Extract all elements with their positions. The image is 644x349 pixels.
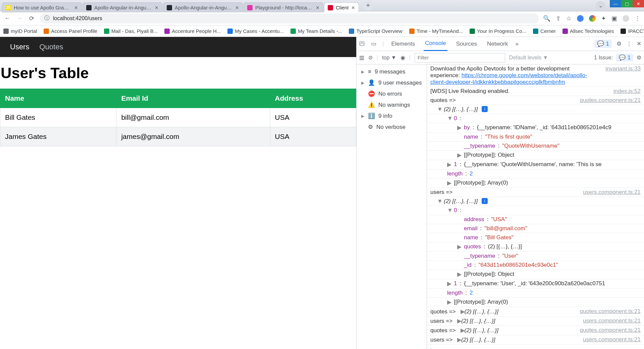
bookmark-item[interactable]: Access Panel Profile — [44, 28, 97, 34]
console-sidebar-item[interactable]: ▶≡9 messages — [357, 66, 427, 77]
bookmark-item[interactable]: My Team Details -... — [290, 28, 342, 34]
console-log-row[interactable]: length: 2 — [427, 169, 644, 179]
zoom-icon[interactable]: 🔍 — [543, 15, 550, 22]
bookmark-item[interactable]: Time - MyTimeAnd... — [409, 28, 463, 34]
bookmark-item[interactable]: My Cases - Accentu... — [227, 28, 284, 34]
log-levels-selector[interactable]: Default levels ▼ — [509, 55, 548, 61]
share-icon[interactable]: ⇪ — [556, 15, 561, 22]
bookmark-item[interactable]: myID Portal — [3, 28, 37, 34]
profile-avatar-icon[interactable] — [623, 15, 629, 22]
browser-tab[interactable]: Apollo-Angular-in-Angular/.gitig✕ — [163, 2, 243, 12]
console-log-row[interactable]: ▶[[Prototype]]: Array(0) — [427, 179, 644, 188]
console-log-row[interactable]: ▼(2) [{…}, {…}]i — [427, 197, 644, 206]
devtools-close-icon[interactable]: ✕ — [637, 40, 641, 47]
inspect-element-icon[interactable]: ⮹ — [359, 41, 365, 47]
live-expression-icon[interactable]: ◉ — [400, 54, 405, 61]
console-log-row[interactable]: [WDS] Live Reloading enabled.index.js:52 — [427, 87, 644, 96]
console-log-row[interactable]: ▶[[Prototype]]: Object — [427, 151, 644, 160]
address-bar[interactable]: ⓘ localhost:4200/users — [40, 13, 539, 23]
console-log-row[interactable]: _id: "643d11eb0865201e4c93e0c1" — [427, 261, 644, 270]
console-log-row[interactable]: __typename: "User" — [427, 252, 644, 261]
console-prompt[interactable]: › — [427, 345, 644, 349]
maximize-button[interactable]: ▢ — [621, 0, 633, 7]
extensions-puzzle-icon[interactable]: ✦ — [601, 15, 606, 22]
tab-close-icon[interactable]: ✕ — [155, 5, 159, 10]
console-log-row[interactable]: ▼0: — [427, 114, 644, 123]
console-log-row[interactable]: quotes => ▶(2) [{…}, {…}]quotes.componen… — [427, 307, 644, 316]
console-sidebar-item[interactable]: ▶👤9 user messages — [357, 77, 427, 88]
source-link[interactable]: users.component.ts:21 — [579, 189, 641, 196]
console-log-row[interactable]: users =>users.component.ts:21 — [427, 188, 644, 197]
more-tabs-icon[interactable]: » — [515, 41, 518, 47]
toggle-sidebar-icon[interactable]: ▥ — [359, 54, 364, 61]
bookmark-item[interactable]: Accenture People H... — [164, 28, 221, 34]
browser-tab[interactable]: Apollo-Angular-in-Angular/myse✕ — [83, 2, 162, 12]
console-log-row[interactable]: email: "bill@gmail.com" — [427, 224, 644, 233]
console-log-row[interactable]: quotes =>quotes.component.ts:21 — [427, 96, 644, 105]
app-nav-link[interactable]: Quotes — [39, 43, 63, 51]
bookmark-item[interactable]: IPACCT | User infor... — [621, 28, 644, 34]
console-log-row[interactable]: __typename: "QuoteWithUsername" — [427, 142, 644, 151]
forward-button[interactable]: → — [15, 15, 23, 22]
window-close-button[interactable]: ✕ — [633, 0, 644, 7]
devtools-tab[interactable]: Elements — [390, 37, 416, 51]
extension-icon[interactable]: ▣ — [611, 15, 617, 22]
console-sidebar-item[interactable]: ⚙No verbose — [357, 121, 427, 133]
source-link[interactable]: quotes.component.ts:21 — [576, 97, 641, 104]
extension-icon[interactable] — [577, 15, 584, 22]
messages-badge[interactable]: 💬 1 — [594, 40, 612, 48]
console-log-row[interactable]: ▼(2) [{…}, {…}]i — [427, 105, 644, 114]
console-log-row[interactable]: length: 2 — [427, 289, 644, 298]
clear-console-icon[interactable]: ⊘ — [368, 54, 373, 61]
console-log-row[interactable]: ▶1: {__typename: 'User', _id: '643e200c9… — [427, 279, 644, 289]
tab-close-icon[interactable]: ✕ — [74, 5, 78, 10]
source-link[interactable]: users.component.ts:21 — [579, 317, 641, 324]
bookmark-item[interactable]: Allsec Technologies — [562, 28, 614, 34]
devtools-tab[interactable]: Console — [424, 37, 447, 51]
console-log-row[interactable]: quotes => ▶(2) [{…}, {…}]quotes.componen… — [427, 326, 644, 335]
tab-close-icon[interactable]: ✕ — [351, 5, 355, 10]
tab-list-button[interactable]: ⌄ — [596, 1, 605, 10]
console-log-row[interactable]: ▶[[Prototype]]: Object — [427, 270, 644, 279]
source-link[interactable]: invariant.js:33 — [601, 65, 641, 72]
bookmark-item[interactable]: Your In Progress Co... — [470, 28, 526, 34]
source-link[interactable]: users.component.ts:21 — [579, 336, 641, 343]
app-nav-link[interactable]: Users — [10, 43, 29, 51]
browser-tab[interactable]: JSHow to use Apollo GraphQL with✕ — [2, 2, 82, 12]
source-link[interactable]: quotes.component.ts:21 — [576, 327, 641, 334]
browser-tab[interactable]: Client✕ — [324, 2, 359, 12]
console-log-row[interactable]: users => ▶(2) [{…}, {…}]users.component.… — [427, 316, 644, 326]
console-sidebar-item[interactable]: ▶ℹ️9 info — [357, 110, 427, 121]
minimize-button[interactable]: — — [610, 0, 621, 7]
console-log-row[interactable]: Download the Apollo Devtools for a bette… — [427, 64, 644, 87]
bookmark-star-icon[interactable]: ☆ — [566, 15, 572, 22]
tab-close-icon[interactable]: ✕ — [235, 5, 239, 10]
console-log-row[interactable]: ▶quotes: (2) [{…}, {…}] — [427, 242, 644, 252]
console-log-row[interactable]: ▶[[Prototype]]: Array(0) — [427, 298, 644, 307]
console-log-row[interactable]: users => ▶(2) [{…}, {…}]users.component.… — [427, 335, 644, 345]
console-log-row[interactable]: ▶by: {__typename: 'IDName', _id: '643d11… — [427, 123, 644, 133]
console-sidebar-item[interactable]: ⚠️No warnings — [357, 99, 427, 110]
reload-button[interactable]: ⟳ — [28, 15, 36, 22]
console-settings-icon[interactable]: ⚙ — [637, 54, 641, 61]
console-log-row[interactable]: name: "This is first quote" — [427, 133, 644, 142]
devtools-tab[interactable]: Network — [486, 37, 509, 51]
devtools-tab[interactable]: Sources — [455, 37, 478, 51]
chrome-menu-icon[interactable]: ⋮ — [635, 15, 641, 22]
bookmark-item[interactable]: Cerner — [533, 28, 556, 34]
console-log-row[interactable]: address: "USA" — [427, 215, 644, 224]
console-log-row[interactable]: ▶1: {__typename: 'QuoteWithUsername', na… — [427, 160, 644, 169]
browser-tab[interactable]: Playground - http://localhost:400✕ — [244, 2, 323, 12]
extension-icon[interactable] — [589, 15, 596, 22]
back-button[interactable]: ← — [3, 15, 11, 22]
console-sidebar-item[interactable]: ⛔No errors — [357, 88, 427, 99]
device-toolbar-icon[interactable]: ▭ — [371, 40, 376, 47]
issues-badge[interactable]: 💬 1 — [616, 54, 633, 61]
context-selector[interactable]: top ▼ — [382, 55, 396, 61]
site-info-icon[interactable]: ⓘ — [44, 15, 50, 22]
devtools-menu-icon[interactable]: ⋮ — [626, 40, 632, 47]
console-filter-input[interactable] — [415, 53, 505, 62]
bookmark-item[interactable]: TypeScript Overview — [349, 28, 402, 34]
new-tab-button[interactable]: + — [363, 1, 373, 11]
devtools-settings-icon[interactable]: ⚙ — [616, 40, 622, 47]
